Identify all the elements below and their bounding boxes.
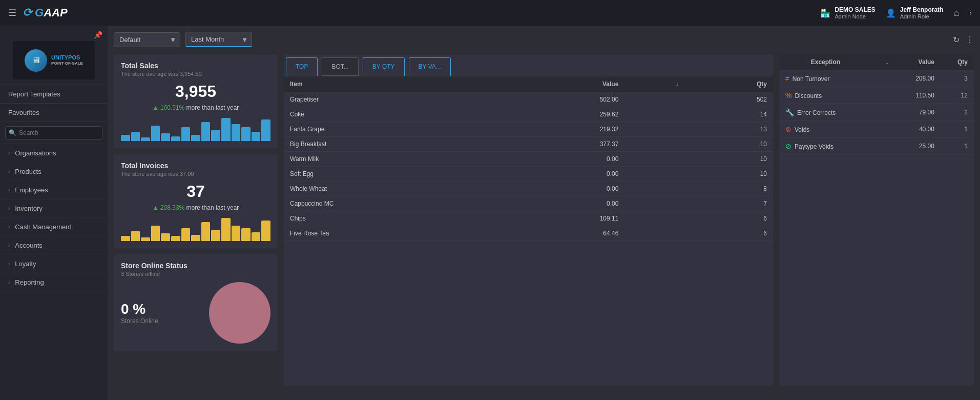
exception-name: ≠Non Turnover — [779, 70, 872, 87]
main-content: Default ▼ Last Month This Month Last Wee… — [108, 26, 980, 400]
period-select[interactable]: Last Month This Month Last Week This Wee… — [185, 32, 252, 47]
growth-pct: 160.51% — [160, 104, 184, 111]
item-sort — [624, 152, 684, 167]
item-qty: 14 — [685, 107, 773, 122]
items-table: Item Value ↓ Qty Grapetiser 502.00 502 C… — [284, 76, 773, 241]
sidebar-item-report-templates[interactable]: Report Templates — [0, 85, 108, 104]
sidebar-item-cash-management[interactable]: › Cash Management — [0, 218, 108, 236]
exc-qty: 12 — [941, 87, 974, 104]
chart-bar — [252, 232, 261, 242]
item-value: 377.37 — [503, 137, 624, 152]
admin-node-label: Admin Node — [835, 13, 875, 19]
exc-value: 208.00 — [894, 70, 941, 87]
exception-icon: 🔧 — [785, 108, 794, 116]
logo-icon: ⟳ — [23, 6, 32, 19]
item-qty: 502 — [685, 92, 773, 107]
store-donut-chart — [209, 282, 270, 344]
chart-bar — [221, 118, 231, 141]
item-value: 64.46 — [503, 226, 624, 241]
store-icon: 🏪 — [820, 8, 830, 18]
item-sort — [624, 182, 684, 196]
table-row: %Discounts 110.50 12 — [779, 87, 974, 104]
sidebar-item-favourites[interactable]: Favourites — [0, 104, 108, 122]
total-sales-growth: ▲ 160.51% more than last year — [121, 104, 270, 111]
col-sort-arrow[interactable]: ↓ — [624, 76, 684, 92]
item-qty: 7 — [685, 196, 773, 211]
exception-name: ⊘Paytype Voids — [779, 138, 872, 155]
exception-icon: ⊗ — [785, 125, 791, 133]
search-input[interactable] — [5, 126, 102, 139]
tab-top[interactable]: TOP — [286, 57, 318, 76]
total-sales-title: Total Sales — [121, 62, 270, 70]
chart-bar — [181, 228, 191, 241]
sidebar-item-employees[interactable]: › Employees — [0, 181, 108, 199]
exception-name: ⊗Voids — [779, 121, 872, 138]
chart-bar — [181, 127, 191, 141]
chart-bar — [191, 235, 200, 242]
table-row: Fanta Grape 219.32 13 — [284, 122, 773, 137]
toolbar: Default ▼ Last Month This Month Last Wee… — [114, 32, 974, 47]
item-qty: 10 — [685, 167, 773, 182]
item-sort — [624, 137, 684, 152]
exceptions-panel: Exception ↓ Value Qty ≠Non Turnover 208.… — [779, 54, 974, 386]
item-name: Grapetiser — [284, 92, 503, 107]
items-panel: TOP BOT... BY QTY BY VA... Item Value ↓ … — [284, 54, 773, 386]
dashboard-grid: Total Sales The store average was 3,954.… — [114, 54, 974, 386]
sidebar-item-accounts[interactable]: › Accounts — [0, 236, 108, 255]
chart-bar — [171, 136, 180, 141]
search-icon: 🔍 — [9, 129, 16, 136]
table-row: Chips 109.11 6 — [284, 211, 773, 226]
more-options-icon[interactable]: ⋮ — [966, 35, 974, 45]
sidebar-item-label: Employees — [15, 186, 48, 194]
store-online-pct: 0 % — [121, 301, 199, 317]
exc-value: 110.50 — [894, 87, 941, 104]
default-select-wrap: Default ▼ — [114, 32, 180, 47]
total-invoices-chart — [121, 215, 270, 241]
item-value: 0.00 — [503, 196, 624, 211]
item-qty: 8 — [685, 182, 773, 196]
sidebar-item-reporting[interactable]: › Reporting — [0, 273, 108, 292]
sidebar-menu: Report Templates Favourites 🔍 › Organisa… — [0, 85, 108, 400]
tab-by-qty[interactable]: BY QTY — [363, 57, 405, 76]
chart-bar — [261, 119, 270, 141]
period-select-wrap: Last Month This Month Last Week This Wee… — [185, 32, 252, 47]
growth-up-icon: ▲ — [153, 104, 159, 111]
logo-circle: 🖥 — [25, 49, 47, 72]
hamburger-icon[interactable]: ☰ — [8, 7, 16, 18]
chart-bar — [161, 233, 170, 241]
chart-bar — [191, 135, 200, 141]
total-invoices-title: Total Invoices — [121, 162, 270, 170]
col-item: Item — [284, 76, 503, 92]
exc-value: 25.00 — [894, 138, 941, 155]
tab-bot[interactable]: BOT... — [322, 57, 358, 76]
chart-bar — [131, 132, 140, 141]
demo-sales-name: DEMO SALES — [835, 6, 875, 13]
item-name: Warm Milk — [284, 152, 503, 167]
sidebar-item-inventory[interactable]: › Inventory — [0, 199, 108, 218]
tab-by-va[interactable]: BY VA... — [409, 57, 451, 76]
chevron-icon: › — [8, 150, 10, 156]
sidebar-item-organisations[interactable]: › Organisations — [0, 144, 108, 163]
exc-value: 79.00 — [894, 104, 941, 121]
sidebar-item-loyalty[interactable]: › Loyalty — [0, 255, 108, 273]
invoices-growth-pct: 208.33% — [160, 204, 184, 211]
table-row: ≠Non Turnover 208.00 3 — [779, 70, 974, 87]
chevron-icon: › — [8, 187, 10, 193]
item-sort — [624, 226, 684, 241]
item-sort — [624, 92, 684, 107]
pin-icon[interactable]: 📌 — [94, 31, 102, 39]
sidebar-item-products[interactable]: › Products — [0, 163, 108, 181]
item-value: 109.11 — [503, 211, 624, 226]
left-panels: Total Sales The store average was 3,954.… — [114, 54, 278, 386]
nav-chevron-icon[interactable]: › — [969, 9, 972, 17]
invoices-growth-icon: ▲ — [153, 204, 159, 211]
home-icon[interactable]: ⌂ — [953, 8, 959, 18]
col-qty: Qty — [685, 76, 773, 92]
table-row: 🔧Error Corrects 79.00 2 — [779, 104, 974, 121]
nav-right: 🏪 DEMO SALES Admin Node 👤 Jeff Benporath… — [820, 6, 972, 19]
default-select[interactable]: Default — [114, 32, 180, 47]
col-sort-arrow[interactable]: ↓ — [872, 54, 894, 70]
top-nav: ☰ ⟳ GAAP 🏪 DEMO SALES Admin Node 👤 Jeff … — [0, 0, 980, 26]
exc-qty: 1 — [941, 138, 974, 155]
refresh-icon[interactable]: ↻ — [953, 35, 960, 45]
